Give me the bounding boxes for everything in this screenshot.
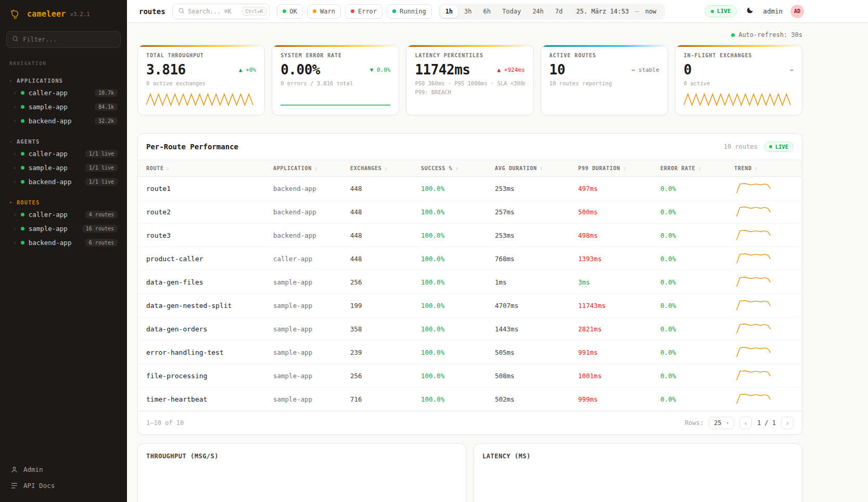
table-row-file-processing[interactable]: file-processing sample-app 256 100.0% 50… [138, 364, 802, 388]
kpi-delta: ⇔ stable [632, 67, 659, 73]
live-dot [711, 10, 714, 13]
column-header-application[interactable]: APPLICATION↕ [273, 165, 350, 171]
cell-error-rate: 0.0% [660, 372, 734, 380]
search-input[interactable] [188, 8, 239, 15]
topbar-right: LIVE admin AD [705, 5, 804, 18]
sidebar-item-agents-sample-app[interactable]: › sample-app 1/1 live [6, 161, 121, 175]
panel-header: Per-Route Performance 10 routes LIVE [138, 134, 802, 160]
rows-per-page-select[interactable]: 25 ▾ [709, 417, 734, 429]
kpi-card-total-throughput: TOTAL THROUGHPUT 3.816▲ +0% 0 active exc… [137, 45, 265, 115]
sidebar-item-routes-caller-app[interactable]: › caller-app 4 routes [6, 208, 121, 222]
next-page-button[interactable]: › [781, 417, 794, 429]
cell-error-rate: 0.0% [660, 255, 734, 263]
item-badge: 10.7k [95, 89, 118, 97]
range-button-24h[interactable]: 24h [527, 5, 549, 18]
sidebar-filter-input[interactable] [23, 36, 115, 43]
kpi-subtext-2: P99: BREACH [415, 89, 525, 95]
cell-error-rate: 0.0% [660, 231, 734, 239]
sidebar-item-applications-caller-app[interactable]: › caller-app 10.7k [6, 86, 121, 100]
brand[interactable]: cameleer v3.2.1 [6, 7, 121, 21]
live-label: LIVE [717, 8, 731, 15]
cell-route: route2 [146, 208, 273, 216]
column-header-avg-duration[interactable]: AVG DURATION↕ [495, 165, 578, 171]
sidebar-item-applications-backend-app[interactable]: › backend-app 32.2k [6, 114, 121, 128]
column-header-p99-duration[interactable]: P99 DURATION↕ [578, 165, 660, 171]
sidebar-section-header-routes[interactable]: ▾ROUTES [6, 197, 121, 208]
per-route-performance-panel: Per-Route Performance 10 routes LIVE ROU… [137, 133, 802, 435]
kpi-value: 11742ms [415, 62, 470, 78]
panel-title: Per-Route Performance [146, 143, 238, 151]
app-root: cameleer v3.2.1 NAVIGATION ▾APPLICATIONS… [0, 0, 868, 502]
table-row-data-gen-nested-split[interactable]: data-gen-nested-split sample-app 199 100… [138, 294, 802, 317]
range-button-3h[interactable]: 3h [459, 5, 477, 18]
time-range-control: 1h3h6hToday24h7d 25. März 14:53 — now [439, 4, 666, 19]
sidebar-item-routes-sample-app[interactable]: › sample-app 16 routes [6, 222, 121, 236]
live-toggle[interactable]: LIVE [705, 5, 737, 17]
column-header-exchanges[interactable]: EXCHANGES↕ [350, 165, 421, 171]
cell-p99-duration: 500ms [578, 208, 660, 216]
cell-success: 100.0% [421, 302, 495, 310]
table-row-timer-heartbeat[interactable]: timer-heartbeat sample-app 716 100.0% 50… [138, 388, 802, 411]
range-button-1h[interactable]: 1h [440, 5, 458, 18]
chevron-right-icon: › [13, 104, 17, 110]
table-row-route1[interactable]: route1 backend-app 448 100.0% 253ms 497m… [138, 177, 802, 200]
bottom-chart-panels: THROUGHPUT (MSG/S)LATENCY (MS) [137, 443, 802, 502]
sidebar-section-header-agents[interactable]: ▾AGENTS [6, 136, 121, 147]
sidebar-footer: AdminAPI Docs [6, 461, 121, 494]
filter-chip-warn[interactable]: Warn [307, 4, 341, 19]
column-header-success[interactable]: SUCCESS %↕ [421, 165, 495, 171]
cell-error-rate: 0.0% [660, 302, 734, 310]
column-header-route[interactable]: ROUTE↕ [146, 165, 273, 171]
range-button-6h[interactable]: 6h [478, 5, 496, 18]
table-row-data-gen-files[interactable]: data-gen-files sample-app 256 100.0% 1ms… [138, 271, 802, 294]
sidebar-api-docs[interactable]: API Docs [6, 478, 121, 494]
sidebar-item-agents-backend-app[interactable]: › backend-app 1/1 live [6, 175, 121, 189]
cell-application: sample-app [273, 325, 350, 333]
kpi-cards: TOTAL THROUGHPUT 3.816▲ +0% 0 active exc… [137, 45, 802, 115]
cell-exchanges: 239 [350, 349, 421, 356]
filter-chip-error[interactable]: Error [345, 4, 382, 19]
brand-version: v3.2.1 [70, 11, 90, 17]
cell-avg-duration: 257ms [495, 208, 578, 216]
search-shortcut-badge: Ctrl+K [242, 7, 266, 16]
sparkline [684, 91, 794, 109]
user-name: admin [763, 7, 783, 15]
theme-toggle[interactable] [745, 5, 755, 17]
avatar[interactable]: AD [790, 5, 804, 18]
prev-page-button[interactable]: ‹ [739, 417, 752, 429]
sidebar-section-header-applications[interactable]: ▾APPLICATIONS [6, 75, 121, 86]
sidebar-item-applications-sample-app[interactable]: › sample-app 84.1k [6, 100, 121, 114]
search-icon [178, 7, 185, 16]
filter-chip-running[interactable]: Running [387, 4, 432, 19]
chevron-right-icon: › [13, 239, 17, 246]
item-badge: 1/1 live [85, 178, 118, 186]
kpi-value: 3.816 [146, 62, 186, 78]
range-button-today[interactable]: Today [497, 5, 526, 18]
sort-icon: ↕ [385, 165, 388, 171]
cell-application: sample-app [273, 349, 350, 356]
cell-route: route1 [146, 185, 273, 192]
filter-chip-ok[interactable]: OK [277, 4, 303, 19]
table-row-product-caller[interactable]: product-caller caller-app 448 100.0% 768… [138, 247, 802, 271]
sort-icon: ↕ [314, 165, 318, 171]
table-row-error-handling-test[interactable]: error-handling-test sample-app 239 100.0… [138, 341, 802, 364]
status-dot [21, 152, 24, 156]
cell-success: 100.0% [421, 231, 495, 239]
kpi-delta: ⇔ [790, 67, 794, 73]
trend-sparkline [734, 299, 794, 312]
chevron-right-icon: › [13, 150, 17, 157]
table-row-data-gen-orders[interactable]: data-gen-orders sample-app 358 100.0% 14… [138, 317, 802, 341]
sidebar-admin[interactable]: Admin [6, 461, 121, 478]
nav-section-label: NAVIGATION [9, 60, 118, 66]
cell-exchanges: 716 [350, 395, 421, 403]
table-row-route3[interactable]: route3 backend-app 448 100.0% 253ms 498m… [138, 224, 802, 247]
chart-title: THROUGHPUT (MSG/S) [146, 453, 457, 460]
column-header-error-rate[interactable]: ERROR RATE↕ [660, 165, 734, 171]
kpi-label: TOTAL THROUGHPUT [146, 53, 256, 58]
sidebar-item-routes-backend-app[interactable]: › backend-app 6 routes [6, 236, 121, 250]
table-row-route2[interactable]: route2 backend-app 448 100.0% 257ms 500m… [138, 200, 802, 224]
sidebar-item-agents-caller-app[interactable]: › caller-app 1/1 live [6, 147, 121, 161]
column-header-trend[interactable]: TREND↕ [734, 165, 794, 171]
cell-application: backend-app [273, 208, 350, 216]
range-button-7d[interactable]: 7d [550, 5, 568, 18]
